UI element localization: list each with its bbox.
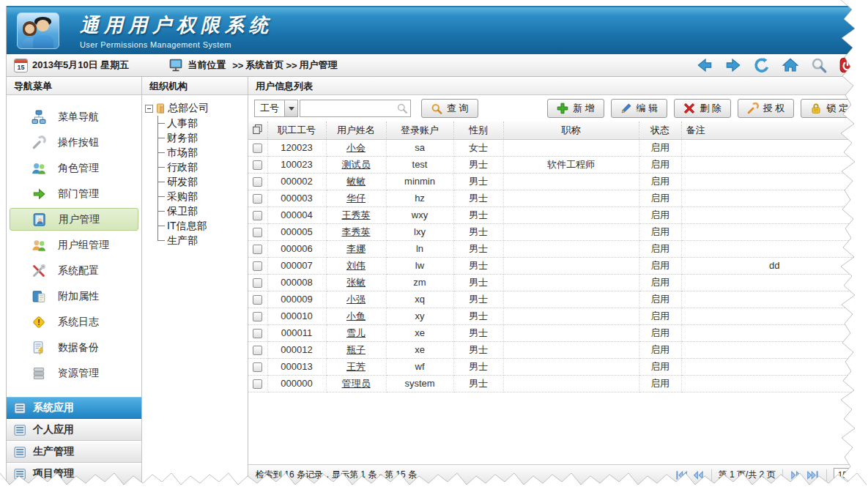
user-name-link[interactable]: 敏敏 xyxy=(346,176,366,187)
row-checkbox[interactable] xyxy=(253,329,262,338)
sidebar-item-3[interactable]: 部门管理 xyxy=(7,181,141,206)
search-field-dropdown[interactable] xyxy=(284,100,297,116)
user-name-link[interactable]: 王秀英 xyxy=(342,209,371,220)
row-checkbox[interactable] xyxy=(253,278,262,288)
exit-icon[interactable] xyxy=(839,56,856,74)
sidebar-item-5[interactable]: 用户组管理 xyxy=(7,232,141,258)
column-header-4[interactable]: 职称 xyxy=(503,122,639,139)
table-row[interactable]: 000005李秀英lxy男士启用 xyxy=(248,223,864,240)
table-row[interactable]: 000010小鱼xy男士启用 xyxy=(248,308,864,324)
accordion-2[interactable]: 生产管理 xyxy=(7,441,141,463)
user-name-link[interactable]: 管理员 xyxy=(342,378,371,389)
row-checkbox[interactable] xyxy=(253,295,262,305)
sidebar-item-8[interactable]: !系统日志 xyxy=(7,309,141,335)
user-name-link[interactable]: 小会 xyxy=(346,142,366,153)
user-name-link[interactable]: 张敏 xyxy=(346,277,366,288)
column-header-0[interactable]: 职工工号 xyxy=(267,122,326,139)
table-row[interactable]: 000006李娜ln男士启用 xyxy=(248,240,864,257)
tree-root-label[interactable]: 总部公司 xyxy=(168,102,209,115)
table-row[interactable]: 000004王秀英wxy男士启用 xyxy=(248,206,864,223)
user-name-link[interactable]: 测试员 xyxy=(342,159,371,170)
table-row[interactable]: 000000管理员system男士启用 xyxy=(248,375,864,392)
sidebar-item-1[interactable]: 操作按钮 xyxy=(7,130,141,155)
table-row[interactable]: 000002敏敏minmin男士启用 xyxy=(248,173,864,190)
action-button-0[interactable]: 新 增 xyxy=(547,99,604,118)
table-row[interactable]: 000008张敏zm男士启用 xyxy=(248,274,864,291)
next-page-icon[interactable] xyxy=(790,469,803,482)
column-header-6[interactable]: 备注 xyxy=(681,122,864,139)
tree-root-node[interactable]: 总部公司 xyxy=(145,101,246,116)
sidebar-item-9[interactable]: 数据备份 xyxy=(7,335,141,360)
table-row[interactable]: 000013王芳wf男士启用 xyxy=(248,358,864,375)
row-checkbox[interactable] xyxy=(253,228,262,237)
action-button-2[interactable]: 删 除 xyxy=(674,99,731,118)
last-page-icon[interactable] xyxy=(806,469,820,482)
tree-node[interactable]: 生产部 xyxy=(157,233,246,248)
user-name-link[interactable]: 华仔 xyxy=(346,193,366,204)
table-row[interactable]: 100023测试员test男士软件工程师启用 xyxy=(248,156,864,173)
first-page-icon[interactable] xyxy=(675,469,688,482)
row-checkbox[interactable] xyxy=(253,245,262,254)
table-row[interactable]: 000011雪儿xe男士启用 xyxy=(248,324,864,341)
tree-node[interactable]: IT信息部 xyxy=(157,218,246,233)
user-name-link[interactable]: 李秀英 xyxy=(342,226,371,237)
tree-collapse-icon[interactable] xyxy=(145,105,153,113)
row-checkbox[interactable] xyxy=(253,144,262,153)
page-size-select[interactable]: 15 xyxy=(834,468,859,483)
breadcrumb-item[interactable]: 系统首页 xyxy=(245,59,283,72)
tree-node[interactable]: 保卫部 xyxy=(157,204,246,218)
accordion-3[interactable]: 项目管理 xyxy=(7,463,141,485)
action-button-3[interactable]: 授 权 xyxy=(738,99,795,118)
row-checkbox[interactable] xyxy=(253,194,262,204)
tree-node[interactable]: 市场部 xyxy=(157,145,246,160)
user-name-link[interactable]: 雪儿 xyxy=(346,327,366,338)
table-row[interactable]: 000009小强xq男士启用 xyxy=(248,291,864,308)
back-icon[interactable] xyxy=(696,56,713,74)
row-checkbox[interactable] xyxy=(253,379,262,389)
refresh-icon[interactable] xyxy=(753,56,771,74)
row-checkbox[interactable] xyxy=(253,362,262,372)
column-header-1[interactable]: 用户姓名 xyxy=(326,122,386,139)
row-checkbox[interactable] xyxy=(253,312,262,321)
table-row[interactable]: 120023小会sa女士启用 xyxy=(248,139,864,156)
tree-node[interactable]: 行政部 xyxy=(157,160,246,174)
sidebar-item-6[interactable]: 系统配置 xyxy=(7,258,141,283)
breadcrumb-item[interactable]: 用户管理 xyxy=(300,59,338,72)
user-name-link[interactable]: 瓶子 xyxy=(346,344,366,355)
select-all-header[interactable] xyxy=(248,122,267,139)
column-header-2[interactable]: 登录账户 xyxy=(386,122,453,139)
row-checkbox[interactable] xyxy=(253,177,262,187)
tree-node[interactable]: 财务部 xyxy=(157,130,246,145)
sidebar-item-0[interactable]: 菜单导航 xyxy=(7,104,141,130)
tree-node[interactable]: 人事部 xyxy=(157,116,246,130)
row-checkbox[interactable] xyxy=(253,261,262,271)
sidebar-item-2[interactable]: 角色管理 xyxy=(7,155,141,181)
user-name-link[interactable]: 李娜 xyxy=(346,243,366,254)
table-row[interactable]: 000012瓶子xe男士启用 xyxy=(248,341,864,358)
prev-page-icon[interactable] xyxy=(691,469,705,482)
sidebar-item-4[interactable]: 用户管理 xyxy=(10,208,138,231)
row-checkbox[interactable] xyxy=(253,211,262,220)
user-name-link[interactable]: 小鱼 xyxy=(346,310,366,321)
search-icon[interactable] xyxy=(810,56,828,74)
column-header-5[interactable]: 状态 xyxy=(639,122,681,139)
user-name-link[interactable]: 小强 xyxy=(346,294,366,305)
sidebar-item-10[interactable]: 资源管理 xyxy=(7,360,141,386)
forward-icon[interactable] xyxy=(724,56,742,74)
table-row[interactable]: 000003华仔hz男士启用 xyxy=(248,190,864,206)
sidebar-item-7[interactable]: 附加属性 xyxy=(7,283,141,309)
query-button[interactable]: 查 询 xyxy=(421,99,478,118)
tree-node[interactable]: 研发部 xyxy=(157,174,246,189)
row-checkbox[interactable] xyxy=(253,346,262,355)
table-row[interactable]: 000007刘伟lw男士启用dd xyxy=(248,257,864,274)
action-button-4[interactable]: 锁 定 xyxy=(801,99,858,118)
accordion-0[interactable]: 系统应用 xyxy=(7,397,141,419)
user-name-link[interactable]: 王芳 xyxy=(346,361,366,372)
action-button-1[interactable]: 编 辑 xyxy=(611,99,668,118)
home-icon[interactable] xyxy=(782,56,799,74)
user-name-link[interactable]: 刘伟 xyxy=(346,260,366,271)
tree-node[interactable]: 采购部 xyxy=(157,189,246,204)
row-checkbox[interactable] xyxy=(253,160,262,170)
accordion-1[interactable]: 个人应用 xyxy=(7,419,141,441)
column-header-3[interactable]: 性别 xyxy=(453,122,503,139)
